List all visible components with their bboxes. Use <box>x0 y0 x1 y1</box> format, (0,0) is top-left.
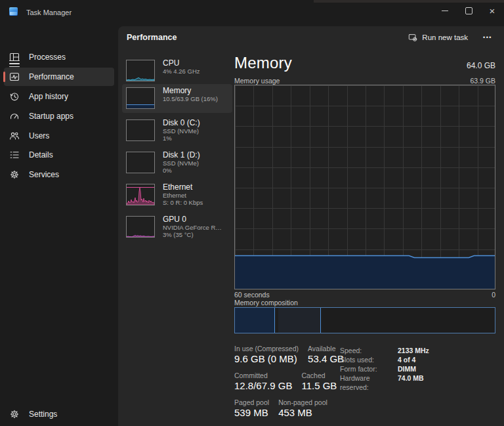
maximize-icon <box>465 7 472 14</box>
memory-scale-max: 63.9 GB <box>470 77 495 85</box>
memory-usage-fill <box>235 256 495 289</box>
perf-item-stat: SSD (NVMe) <box>163 160 231 167</box>
perf-item-ethernet[interactable]: Ethernet Ethernet S: 0 R: 0 Kbps <box>122 181 232 209</box>
sidebar-item-label: Startup apps <box>29 112 74 121</box>
memory-detail-panel: Memory 64.0 GB Memory usage 63.9 GB 60 s… <box>234 26 495 426</box>
task-manager-app-icon <box>9 7 18 16</box>
sidebar-item-label: Performance <box>29 72 74 81</box>
gear-icon <box>9 409 20 419</box>
window-title: Task Manager <box>26 9 72 16</box>
sidebar-item-processes[interactable]: Processes <box>4 48 114 66</box>
hw-speed: Speed: 2133 MHz <box>340 346 429 355</box>
memory-mini-graph <box>126 87 155 109</box>
app-history-icon <box>9 91 20 102</box>
cpu-mini-graph <box>126 60 155 81</box>
perf-item-title: Ethernet <box>163 182 231 192</box>
sidebar-item-settings[interactable]: Settings <box>4 405 114 423</box>
perf-item-gpu[interactable]: GPU 0 NVIDIA GeForce R… 3% (35 °C) <box>122 213 232 242</box>
perf-item-stat2: 0% <box>163 167 231 174</box>
gpu-mini-graph <box>126 216 155 238</box>
perf-item-stat2: 1% <box>163 135 231 142</box>
composition-standby-segment <box>278 308 321 333</box>
sidebar-item-users[interactable]: Users <box>4 127 114 145</box>
hw-slots-used: Slots used: 4 of 4 <box>340 355 429 364</box>
processes-icon <box>9 52 20 62</box>
close-icon: × <box>490 6 495 16</box>
hw-hardware-reserved: Hardware reserved: 74.0 MB <box>340 373 429 392</box>
perf-item-cpu[interactable]: CPU 4% 4.26 GHz <box>122 56 232 85</box>
perf-item-title: Disk 0 (C:) <box>163 118 231 127</box>
memory-usage-label: Memory usage <box>234 77 280 85</box>
sidebar-item-services[interactable]: Services <box>4 165 114 184</box>
memory-composition-label: Memory composition <box>234 299 298 307</box>
sidebar-item-label: Details <box>29 150 53 160</box>
sidebar-item-label: Users <box>29 131 49 140</box>
perf-item-title: GPU 0 <box>163 215 231 224</box>
maximize-button[interactable] <box>457 0 480 21</box>
sidebar: Processes Performance App history Startu… <box>0 26 118 426</box>
composition-standby-divider <box>320 308 321 333</box>
memory-usage-chart <box>234 85 495 289</box>
sidebar-item-performance[interactable]: Performance <box>4 68 114 86</box>
memory-total-capacity: 64.0 GB <box>467 61 495 70</box>
disk1-mini-graph <box>126 152 155 173</box>
close-button[interactable]: × <box>480 0 504 21</box>
stat-committed: Committed 12.8/67.9 GB <box>234 372 292 391</box>
composition-in-use-segment <box>235 308 275 333</box>
perf-item-title: CPU <box>163 58 231 68</box>
performance-icon <box>9 72 20 82</box>
memory-composition-bar <box>234 307 495 333</box>
perf-item-stat: SSD (NVMe) <box>163 127 231 135</box>
title-bar: Task Manager × <box>0 0 504 26</box>
startup-apps-icon <box>9 111 20 121</box>
memory-title: Memory <box>234 54 292 72</box>
minimize-icon <box>442 11 448 11</box>
settings-label: Settings <box>29 410 57 419</box>
page-title: Performance <box>127 33 177 42</box>
memory-hardware-details: Speed: 2133 MHz Slots used: 4 of 4 Form … <box>340 346 429 392</box>
disk0-mini-graph <box>126 119 155 141</box>
perf-item-stat: Ethernet <box>163 192 231 199</box>
sidebar-item-app-history[interactable]: App history <box>4 87 114 106</box>
ethernet-mini-graph <box>126 184 155 205</box>
sidebar-item-label: Services <box>29 170 59 179</box>
task-manager-window: Task Manager × Processes Performance <box>0 0 504 426</box>
stat-in-use: In use (Compressed) 9.6 GB (0 MB) <box>234 345 299 364</box>
perf-item-stat: NVIDIA GeForce R… <box>163 224 231 231</box>
perf-item-disk1[interactable]: Disk 1 (D:) SSD (NVMe) 0% <box>122 148 232 177</box>
perf-item-title: Disk 1 (D:) <box>163 150 231 160</box>
hw-form-factor: Form factor: DIMM <box>340 364 429 373</box>
sidebar-item-label: Processes <box>29 53 66 62</box>
perf-item-stat2: 3% (35 °C) <box>163 231 231 238</box>
stat-non-paged-pool: Non-paged pool 453 MB <box>278 398 327 418</box>
users-icon <box>9 131 20 141</box>
main-panel: Performance Run new task ••• CPU 4% 4.26… <box>118 26 504 426</box>
perf-item-stat: 10.5/63.9 GB (16%) <box>163 95 231 102</box>
time-span-label: 60 seconds <box>234 291 270 299</box>
sidebar-item-startup-apps[interactable]: Startup apps <box>4 107 114 125</box>
selected-accent-pill <box>3 72 5 82</box>
sidebar-item-details[interactable]: Details <box>4 146 114 164</box>
window-controls: × <box>433 0 504 21</box>
perf-item-memory[interactable]: Memory 10.5/63.9 GB (16%) <box>122 84 232 113</box>
minimize-button[interactable] <box>433 0 457 21</box>
stat-available: Available 53.4 GB <box>308 345 344 364</box>
perf-item-stat2: S: 0 R: 0 Kbps <box>163 199 231 206</box>
perf-item-disk0[interactable]: Disk 0 (C:) SSD (NVMe) 1% <box>122 116 232 145</box>
sidebar-item-label: App history <box>29 92 68 101</box>
services-icon <box>9 169 20 180</box>
details-icon <box>9 150 20 160</box>
perf-item-stat: 4% 4.26 GHz <box>163 68 231 75</box>
perf-item-title: Memory <box>163 86 231 95</box>
stat-paged-pool: Paged pool 539 MB <box>234 398 269 418</box>
time-end-label: 0 <box>492 291 495 299</box>
stat-cached: Cached 11.5 GB <box>301 372 337 391</box>
